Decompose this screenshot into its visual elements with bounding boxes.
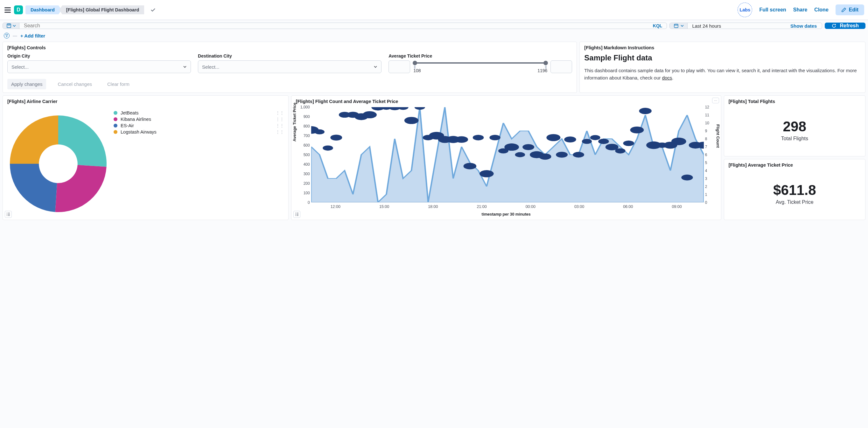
refresh-label: Refresh xyxy=(840,23,859,29)
svg-point-47 xyxy=(671,138,686,145)
time-range-display[interactable]: Last 24 hours xyxy=(688,23,785,29)
legend-label: Kibana Airlines xyxy=(121,117,151,122)
filter-icon[interactable] xyxy=(4,33,9,38)
x-tick: 21:00 xyxy=(477,204,487,209)
y-axis-left: Average Ticket Price 0100200300400500600… xyxy=(296,107,311,203)
metric-value: $611.8 xyxy=(773,182,816,198)
svg-point-38 xyxy=(598,139,609,144)
range-max-label: 1196 xyxy=(537,68,547,73)
docs-link[interactable]: docs xyxy=(662,75,672,80)
refresh-button[interactable]: Refresh xyxy=(825,23,865,29)
add-filter-button[interactable]: + Add filter xyxy=(20,33,45,38)
y-tick: 1,000 xyxy=(300,105,310,109)
y-tick: 900 xyxy=(304,114,310,119)
y-tick: 1 xyxy=(705,192,707,197)
panel-options-icon[interactable]: ⋯ xyxy=(712,98,719,103)
kql-toggle[interactable]: KQL xyxy=(648,23,667,29)
y-tick: 800 xyxy=(304,124,310,128)
chevron-down-icon xyxy=(681,24,684,27)
breadcrumb-current: [Flights] Global Flight Dashboard xyxy=(59,5,145,14)
origin-city-select[interactable]: Select... xyxy=(7,60,191,73)
controls-panel: [Flights] Controls Origin City Select...… xyxy=(3,42,577,93)
svg-point-5 xyxy=(323,145,333,151)
svg-point-32 xyxy=(546,134,560,141)
destination-city-select[interactable]: Select... xyxy=(198,60,381,73)
markdown-heading: Sample Flight data xyxy=(584,54,861,62)
x-axis: 12:0015:0018:0021:0000:0003:0006:0009:00 xyxy=(311,204,701,209)
combo-panel: ⋯ [Flights] Flight Count and Average Tic… xyxy=(291,95,721,220)
fullscreen-button[interactable]: Full screen xyxy=(759,7,786,13)
y-axis-right-label: Flight Count xyxy=(716,124,720,148)
svg-point-31 xyxy=(539,154,551,160)
apply-changes-button[interactable]: Apply changes xyxy=(7,79,46,89)
svg-point-16 xyxy=(414,107,425,110)
app-logo[interactable]: D xyxy=(14,5,23,14)
y-tick: 600 xyxy=(304,143,310,147)
share-button[interactable]: Share xyxy=(793,7,807,13)
clone-button[interactable]: Clone xyxy=(814,7,828,13)
svg-point-15 xyxy=(404,117,418,124)
drag-handle-icon: ⋮⋮ xyxy=(276,129,284,134)
svg-point-28 xyxy=(515,152,525,157)
svg-rect-2 xyxy=(674,24,678,28)
show-dates-button[interactable]: Show dates xyxy=(785,23,822,29)
legend-item[interactable]: Logstash Airways⋮⋮ xyxy=(114,129,284,134)
svg-point-29 xyxy=(523,144,534,150)
price-max-input[interactable] xyxy=(551,60,572,73)
svg-point-22 xyxy=(463,163,476,169)
metric-label: Avg. Ticket Price xyxy=(776,199,814,205)
legend-item[interactable]: ES-Air⋮⋮ xyxy=(114,123,284,128)
y-tick: 400 xyxy=(304,162,310,167)
clear-form-button[interactable]: Clear form xyxy=(103,79,133,89)
legend-item[interactable]: Kibana Airlines⋮⋮ xyxy=(114,117,284,122)
select-placeholder: Select... xyxy=(202,64,219,70)
save-icon xyxy=(6,23,11,28)
legend-toggle-icon[interactable] xyxy=(5,211,12,218)
y-axis-left-label: Average Ticket Price xyxy=(292,103,297,141)
select-placeholder: Select... xyxy=(11,64,29,70)
divider: — xyxy=(13,33,17,38)
legend-toggle-icon[interactable] xyxy=(293,211,300,218)
price-range-slider[interactable]: 108 1196 xyxy=(413,60,547,73)
cancel-changes-button[interactable]: Cancel changes xyxy=(54,79,96,89)
save-query-button[interactable] xyxy=(3,23,20,29)
pie-panel: [Flights] Airline Carrier JetBeats⋮⋮Kiba… xyxy=(3,95,288,220)
price-min-input[interactable] xyxy=(389,60,410,73)
filter-bar: — + Add filter xyxy=(0,31,868,42)
panel-title: [Flights] Airline Carrier xyxy=(7,99,284,104)
panel-title: [Flights] Total Flights xyxy=(728,99,861,104)
time-picker: Last 24 hours Show dates xyxy=(670,23,822,29)
chart-plot xyxy=(311,107,704,203)
y-tick: 10 xyxy=(705,121,709,125)
destination-city-label: Destination City xyxy=(198,54,381,59)
legend-label: ES-Air xyxy=(121,123,134,128)
drag-handle-icon: ⋮⋮ xyxy=(276,123,284,128)
price-range-label: Average Ticket Price xyxy=(389,54,572,59)
labs-button[interactable]: Labs xyxy=(738,3,752,17)
y-tick: 3 xyxy=(705,176,707,181)
svg-point-23 xyxy=(472,135,484,140)
legend-label: Logstash Airways xyxy=(121,129,157,134)
svg-point-36 xyxy=(582,139,592,144)
svg-point-10 xyxy=(363,111,376,118)
y-tick: 0 xyxy=(308,200,310,205)
breadcrumb-dashboard[interactable]: Dashboard xyxy=(26,5,62,14)
donut-chart xyxy=(7,107,109,215)
y-tick: 5 xyxy=(705,161,707,165)
search-input[interactable] xyxy=(20,23,648,29)
drag-handle-icon: ⋮⋮ xyxy=(276,117,284,122)
svg-point-33 xyxy=(556,152,568,158)
svg-rect-0 xyxy=(7,24,11,28)
legend-swatch xyxy=(114,124,117,128)
time-quick-select[interactable] xyxy=(670,23,688,29)
markdown-panel: [Flights] Markdown Instructions Sample F… xyxy=(580,42,865,93)
edit-button[interactable]: Edit xyxy=(836,4,864,15)
panel-title: [Flights] Markdown Instructions xyxy=(584,45,861,50)
menu-icon[interactable] xyxy=(4,6,11,14)
legend-swatch xyxy=(114,111,117,115)
y-tick: 4 xyxy=(705,168,707,173)
y-tick: 0 xyxy=(705,200,707,205)
y-tick: 200 xyxy=(304,181,310,186)
panel-title: [Flights] Average Ticket Price xyxy=(728,163,861,168)
legend-item[interactable]: JetBeats⋮⋮ xyxy=(114,110,284,116)
